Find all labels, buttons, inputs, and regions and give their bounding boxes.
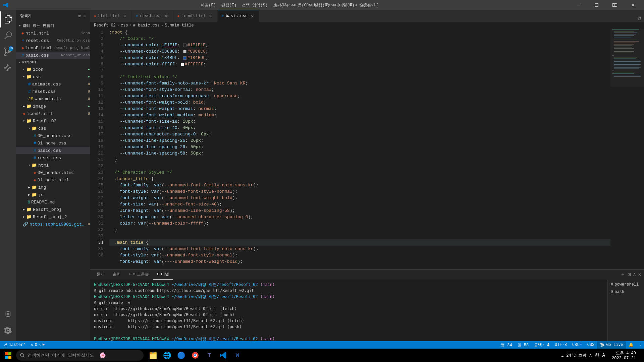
panel-tab-terminal[interactable]: 터미널 — [153, 269, 173, 280]
activity-explorer[interactable] — [0, 11, 16, 27]
resoft-proj-folder[interactable]: ▶ 📁 Resoft_proj — [16, 206, 90, 213]
status-branch[interactable]: ⎇ master* — [0, 341, 28, 349]
menu-file[interactable]: 파일(F) — [201, 2, 216, 8]
taskbar-app-chrome[interactable]: 🔵 — [174, 349, 188, 362]
js-folder[interactable]: ▶ 📁 js — [16, 191, 90, 198]
menu-selection[interactable]: 선택 영역(S) — [242, 2, 268, 8]
status-encoding[interactable]: UTF-8 — [552, 341, 570, 349]
menu-edit[interactable]: 편집(E) — [221, 2, 237, 8]
status-bell[interactable]: 🔔 — [626, 341, 636, 349]
tab-reset-close[interactable]: ✕ — [164, 13, 169, 19]
restore-button[interactable] — [589, 0, 604, 10]
reset-css-resoft[interactable]: # reset.css U — [16, 88, 90, 95]
show-desktop-button[interactable] — [640, 349, 641, 361]
code-content[interactable]: :root { /* Colors: */ --unnamed-color-1E… — [107, 29, 610, 269]
clock[interactable]: 오후 4:49 2022-07-21 — [609, 350, 639, 361]
taskbar-app-browser2[interactable] — [189, 349, 202, 362]
01-home-css[interactable]: # 01_home.css — [16, 139, 90, 147]
status-language[interactable]: CSS — [585, 341, 597, 349]
resoft02-css-folder[interactable]: ▾ 📁 css — [16, 125, 90, 132]
panel-split-icon[interactable]: ⊡ — [628, 271, 631, 278]
website-link-name: https:sophia9901.github.ioResof... — [30, 222, 87, 227]
terminal-content[interactable]: EndUser@DESKTOP-67CVA04 MINGW64 ~/OneDri… — [90, 280, 607, 341]
01-home-html[interactable]: ◈ 01_home.html — [16, 176, 90, 184]
collapse-all-icon[interactable]: ⋯ — [84, 14, 86, 18]
reset-css-02[interactable]: # reset.css — [16, 154, 90, 162]
animate-css[interactable]: # animate.css U — [16, 80, 90, 88]
00-header-html[interactable]: ◈ 00_header.html — [16, 169, 90, 176]
basic-css-file[interactable]: # basic.css — [16, 147, 90, 154]
sidebar-header-icons[interactable]: ⊕ ⋯ — [78, 14, 86, 18]
minimize-button[interactable] — [571, 0, 586, 10]
open-file-html[interactable]: ◈ html.html icon — [16, 29, 90, 37]
wow-js[interactable]: JS wow.min.js U — [16, 95, 90, 103]
resoft-proj2-folder[interactable]: ▶ 📁 Resoft_proj_2 — [16, 213, 90, 221]
svg-rect-36 — [5, 352, 8, 355]
status-line-ending[interactable]: CRLF — [570, 341, 585, 349]
resoft-section[interactable]: ▾ RESOFT — [16, 59, 90, 66]
open-editors-section[interactable]: ▾ 열려 있는 편집기 — [16, 22, 90, 29]
website-link[interactable]: 🔗 https:sophia9901.github.ioResof... U — [16, 221, 90, 228]
breadcrumb-resoft02[interactable]: Resoft_02 — [94, 23, 116, 28]
icon-folder[interactable]: ▾ 📁 icon ● — [16, 66, 90, 73]
panel-tab-debug[interactable]: 디버그콘솔 — [125, 269, 153, 280]
status-go-live[interactable]: 📡 Go Live — [597, 341, 626, 349]
tab-html-close[interactable]: ✕ — [122, 13, 127, 19]
panel-chevron-up-icon[interactable]: ∧ — [633, 271, 636, 278]
open-file-basic[interactable]: # basic.css Resoft_02.css — [16, 52, 90, 59]
tab-iconp-close[interactable]: ✕ — [208, 13, 213, 19]
status-line[interactable]: 행 34 — [498, 341, 515, 349]
readme-file[interactable]: ℹ README.md — [16, 198, 90, 206]
iconp-html-resoft[interactable]: ◈ iconP.html U — [16, 110, 90, 117]
taskbar-app-teams[interactable]: T — [203, 349, 216, 362]
activity-git[interactable]: 19 — [0, 44, 16, 60]
css-folder[interactable]: ▾ 📁 css ● — [16, 73, 90, 80]
open-file-iconp[interactable]: ◈ iconP.html Resoft_proj.html — [16, 44, 90, 52]
status-errors[interactable]: ✕ 0 ⚠ 0 — [28, 341, 47, 349]
status-sync[interactable]: ↕ — [636, 341, 644, 349]
shell-bash[interactable]: $ bash — [609, 289, 643, 295]
taskbar-app-edge[interactable]: 🌐 — [160, 349, 174, 362]
layout-button[interactable] — [607, 0, 623, 10]
resoft02-html-folder[interactable]: ▾ 📁 html — [16, 162, 90, 169]
line-num-30: 30 — [90, 214, 103, 220]
shell-powershell[interactable]: ⊞ powershell — [609, 281, 643, 288]
code-editor[interactable]: 1 2 3 4 5 6 7 8 9 10 11 12 13 14 15 16 1 — [90, 29, 644, 269]
new-file-icon[interactable]: ⊕ — [78, 14, 81, 18]
close-button[interactable]: ✕ — [625, 0, 641, 10]
breadcrumb-css[interactable]: css — [121, 23, 128, 28]
resoft-02-folder[interactable]: ▾ 📁 Resoft_02 — [16, 117, 90, 125]
img-folder[interactable]: ▶ 📁 img — [16, 184, 90, 191]
image-folder[interactable]: ▶ 📁 image ● — [16, 103, 90, 110]
term-line-10: EndUser@DESKTOP-67CVA04 MINGW64 ~/OneDri… — [94, 336, 603, 341]
open-file-reset[interactable]: # reset.css Resoft_proj.css — [16, 37, 90, 44]
taskbar-search[interactable]: 검색하려면 여기에 입력하십시오 🌸 — [16, 350, 144, 361]
status-col[interactable]: 열 58 — [515, 341, 532, 349]
activity-account[interactable] — [0, 306, 16, 322]
panel-tab-problems[interactable]: 문제 — [93, 269, 109, 280]
panel-close-icon[interactable]: ✕ — [638, 271, 641, 278]
panel-tab-output[interactable]: 출력 — [109, 269, 125, 280]
tab-basic-close[interactable]: ✕ — [250, 13, 255, 19]
tab-iconp[interactable]: ◈ iconP.html ✕ — [173, 10, 218, 22]
activity-settings[interactable] — [0, 322, 16, 339]
resoft02-css-icon: 📁 — [32, 126, 37, 131]
tab-html[interactable]: ◈ html.html ✕ — [90, 10, 131, 22]
go-live-label: Go Live — [606, 343, 623, 347]
activity-extensions[interactable] — [0, 60, 16, 76]
taskbar-app-vscode[interactable] — [217, 349, 230, 362]
split-editor-icon[interactable]: ⧉ — [638, 15, 641, 22]
activity-search[interactable] — [0, 27, 16, 44]
resoft02-css-arrow: ▾ — [28, 126, 30, 130]
tab-reset[interactable]: # reset.css ✕ — [131, 10, 173, 22]
taskbar-app-explorer[interactable]: 🗂️ — [146, 349, 160, 362]
taskbar-app-word[interactable]: W — [231, 349, 244, 362]
resoftproj-icon: 📁 — [26, 207, 32, 212]
status-spaces[interactable]: 공백: 4 — [531, 341, 552, 349]
start-button[interactable] — [0, 349, 16, 362]
panel-add-icon[interactable]: ＋ — [620, 271, 626, 278]
tab-basic[interactable]: # basic.css ✕ — [218, 10, 259, 22]
breadcrumb-file[interactable]: # basic.css — [133, 23, 160, 28]
breadcrumb-symbol[interactable]: $.main_title — [165, 23, 194, 28]
00-header-css[interactable]: # 00_header.css — [16, 132, 90, 139]
